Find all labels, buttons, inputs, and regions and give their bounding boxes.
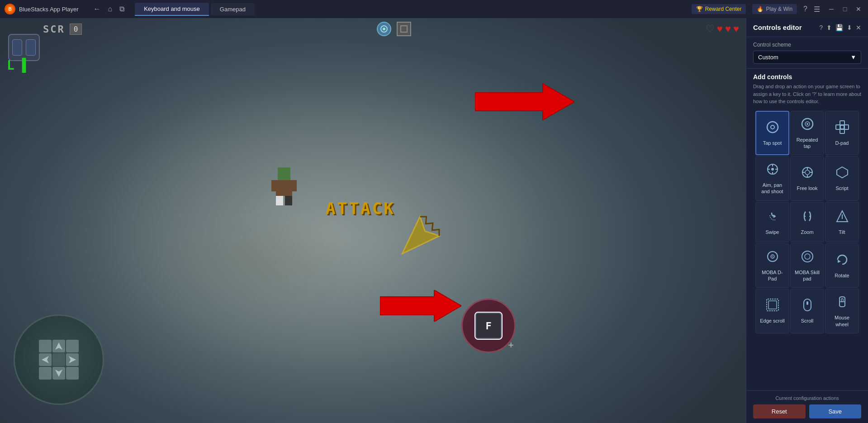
svg-marker-17 [69,356,76,363]
red-arrow-1 [475,81,574,122]
reward-center-button[interactable]: 🏆 Reward Center [692,4,746,14]
tab-keyboard-mouse[interactable]: Keyboard and mouse [135,3,209,16]
reset-button[interactable]: Reset [753,404,806,418]
svg-marker-41 [837,167,848,178]
tab-gamepad[interactable]: Gamepad [211,3,255,15]
rotate-icon [835,252,849,270]
back-button[interactable]: ← [91,4,103,14]
svg-marker-16 [42,356,49,363]
svg-rect-8 [285,196,292,205]
control-item-tap_spot[interactable]: Tap spot [755,111,789,156]
panel-help-button[interactable]: ? [819,24,823,31]
hud-icon-1 [377,22,391,36]
heart-3: ♥ [725,23,731,35]
free_look-icon [800,165,815,182]
aim_pan_shoot-icon [765,162,780,179]
control-item-repeated_tap[interactable]: Repeated tap [790,111,824,156]
svg-rect-6 [276,180,292,196]
panel-close-button[interactable]: ✕ [856,24,861,31]
control-item-zoom[interactable]: Zoom [790,202,824,242]
script-label: Script [835,185,848,191]
control-item-aim_pan_shoot[interactable]: Aim, pan and shoot [755,156,789,201]
scheme-value: Custom [758,54,778,61]
control-item-tilt[interactable]: Tilt [825,202,859,242]
menu-button[interactable]: ☰ [814,5,820,14]
joystick-cross [39,340,79,380]
mouse_wheel-label: Mouse wheel [828,314,856,328]
control-item-swipe[interactable]: Swipe [755,202,789,242]
app-container: B BlueStacks App Player ← ⌂ ⧉ Keyboard a… [0,0,868,423]
home-button[interactable]: ⌂ [106,4,115,14]
app-name: BlueStacks App Player [19,6,79,13]
game-hud-top: SCR 0 ♡ ♥ ♥ ♥ [0,18,746,40]
svg-marker-51 [838,260,841,263]
svg-rect-7 [276,196,283,205]
svg-rect-9 [271,180,276,191]
control-item-script[interactable]: Script [825,156,859,201]
control-item-free_look[interactable]: Free look [790,156,824,201]
game-background [0,18,746,423]
control-item-rotate[interactable]: Rotate [825,243,859,288]
score-value: 0 [70,24,82,35]
dpad-label: D-pad [835,140,849,146]
content-area: SCR 0 ♡ ♥ ♥ ♥ [0,18,868,423]
control-item-scroll[interactable]: Scroll [790,289,824,333]
control-item-moba_dpad[interactable]: 5MOBA D-Pad [755,243,789,288]
red-arrow-2 [380,290,461,323]
control-item-dpad[interactable]: D-pad [825,111,859,156]
add-controls-section: Add controls Drag and drop an action on … [746,69,868,338]
svg-marker-13 [475,84,574,120]
swipe-label: Swipe [766,229,779,235]
control-item-moba_skill[interactable]: MOBA Skill pad [790,243,824,288]
play-win-button[interactable]: 🔥 Play & Win [752,4,797,14]
panel-upload-button[interactable]: ⬆ [826,24,832,31]
edge_scroll-label: Edge scroll [760,318,784,324]
tabs-area: Keyboard and mouse Gamepad [135,3,688,16]
sword-icon [394,213,443,264]
tap_spot-label: Tap spot [763,140,782,146]
panel-bottom: Current configuration actions Reset Save [746,390,868,423]
svg-text:5: 5 [771,255,773,259]
scheme-select[interactable]: Custom ▼ [753,51,861,64]
help-button[interactable]: ? [803,5,807,13]
moba_skill-label: MOBA Skill pad [793,269,821,282]
svg-point-34 [771,168,774,171]
heart-2: ♥ [717,23,723,35]
svg-text:B: B [8,7,11,12]
svg-point-23 [806,123,808,125]
tabs-button[interactable]: ⧉ [117,4,127,14]
svg-point-49 [802,251,813,262]
hearts-area: ♡ ♥ ♥ ♥ [706,23,739,35]
panel-import-button[interactable]: ⬇ [847,24,852,31]
virtual-joystick[interactable] [14,314,104,405]
maximize-button[interactable]: □ [840,4,850,14]
add-controls-title: Add controls [753,73,861,81]
panel-save-icon-button[interactable]: 💾 [835,24,843,31]
add-controls-desc: Drag and drop an action on your game scr… [753,83,861,105]
svg-marker-15 [55,342,62,350]
f-button-overlay[interactable]: F + [461,299,516,353]
close-button[interactable]: ✕ [854,4,863,14]
svg-point-19 [767,122,778,133]
dpad-icon [835,120,849,137]
heart-1: ♡ [706,23,715,35]
reward-label: Reward Center [705,6,742,12]
control-item-edge_scroll[interactable]: Edge scroll [755,289,789,333]
svg-rect-53 [768,301,777,309]
mouse_wheel-icon [835,295,849,312]
game-area: SCR 0 ♡ ♥ ♥ ♥ [0,18,746,423]
hud-icon-2 [397,22,411,36]
title-bar: B BlueStacks App Player ← ⌂ ⧉ Keyboard a… [0,0,868,18]
control-item-mouse_wheel[interactable]: Mouse wheel [825,289,859,333]
save-button[interactable]: Save [809,404,862,418]
panel-header-icons: ? ⬆ 💾 ⬇ ✕ [819,24,861,31]
minimize-button[interactable]: ─ [826,4,836,14]
tilt-label: Tilt [839,229,845,235]
svg-rect-57 [841,299,843,302]
svg-rect-10 [292,180,297,191]
svg-point-50 [805,254,810,259]
player-character [271,167,297,214]
svg-marker-14 [380,290,461,322]
svg-rect-55 [806,301,808,305]
heart-4: ♥ [733,23,739,35]
